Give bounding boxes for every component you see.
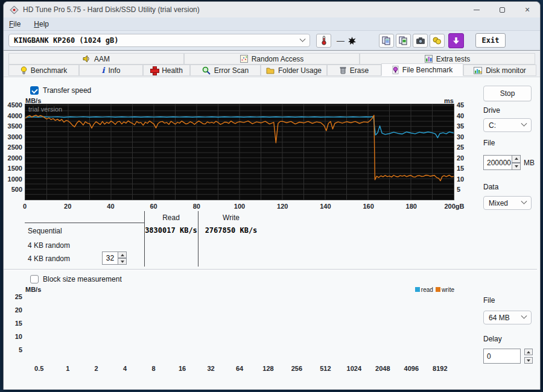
thermometer-icon [320,36,328,45]
folder-icon [266,67,275,74]
spin-down-button[interactable] [118,258,127,265]
copy-image-button[interactable] [396,34,411,48]
axis-tick-label: 128 [262,365,273,372]
axis-tick-label: 140 [320,203,331,210]
axis-tick-label: 2 [95,365,98,372]
temperature-value: — [337,36,345,45]
tab-benchmark[interactable]: Benchmark [8,65,79,76]
delay-label: Delay [483,335,502,343]
axis-tick-label: 2048 [375,365,390,372]
drive-select[interactable]: C: [483,118,532,132]
legend-read-swatch [415,287,420,292]
sequential-write-value: 2767850 KB/s [198,226,264,235]
axis-tick-label: 8 [152,365,156,372]
axis-tick-label: 1 [66,365,69,372]
axis-tick-label: 180 [406,203,417,210]
bulb-purple-icon [392,66,399,74]
menu-file[interactable]: File [9,20,21,28]
tray-temperature-icon[interactable] [348,37,356,45]
tab-file-benchmark[interactable]: File Benchmark [381,63,463,76]
axis-tick-label: 30 [457,133,464,141]
axis-tick-label: 256 [291,365,302,372]
legend-write-swatch [436,287,440,292]
delay-input[interactable]: 0 [483,349,521,364]
chevron-down-icon [300,36,306,42]
app-window: HD Tune Pro 5.75 - Hard Disk/SSD Utility… [3,1,541,390]
read-column-header: Read [144,213,198,222]
tab-info[interactable]: i Info [79,65,143,76]
file-size-label: File [483,139,495,147]
axis-tick-label: 10 [15,333,22,340]
app-logo-icon [10,5,19,14]
spin-up-button[interactable] [512,155,521,163]
axis-tick-label: 4096 [404,365,419,372]
tab-error-scan[interactable]: Error Scan [190,65,261,76]
axis-tick-label: 2000 [8,154,22,162]
axis-tick-label: 3500 [8,122,22,130]
spin-up-button[interactable] [524,349,533,355]
drive-label: Drive [483,106,500,115]
axis-tick-label: 1000 [8,175,22,183]
spin-down-button[interactable] [512,163,521,171]
axis-tick-label: 64 [236,365,243,372]
buy-button[interactable] [430,34,445,48]
temperature-button[interactable] [316,34,331,48]
exit-button[interactable]: Exit [475,33,506,48]
transfer-speed-chart: trial version [25,104,454,200]
close-button[interactable]: × [515,2,540,17]
axis-tick-label: 40 [107,203,114,210]
file-benchmark-panel: Transfer speed MB/s ms 45004000350030002… [4,77,540,390]
data-pattern-select[interactable]: Mixed [483,196,532,210]
stop-button[interactable]: Stop [483,86,532,101]
axis-tick-label: 35 [457,122,464,130]
tab-random-access[interactable]: Random Access [184,53,360,65]
axis-tick-label: 120 [277,203,288,210]
axis-tick-label: 1500 [8,165,22,172]
speaker-icon [83,55,91,63]
write-column-header: Write [198,213,264,222]
block-file-size-select[interactable]: 64 MB [483,311,532,324]
axis-tick-label: 3000 [8,133,22,141]
spin-up-button[interactable] [118,251,127,258]
top-chart-x-axis: 020406080100120140160180200gB [25,203,454,211]
axis-tick-label: 60 [150,203,157,210]
copy-text-button[interactable] [379,34,394,48]
tab-strip: AAM Random Access Extra tests [4,51,540,76]
maximize-button[interactable] [489,2,515,17]
transfer-speed-checkbox[interactable]: Transfer speed [30,86,91,95]
file-size-spinner[interactable]: 200000 [483,155,521,170]
axis-tick-label: 4500 [8,101,22,109]
tab-health[interactable]: Health [143,65,190,76]
spin-down-button[interactable] [524,357,533,364]
axis-tick-label: 25 [457,144,464,151]
axis-tick-label: 4 [123,365,127,372]
tab-folder-usage[interactable]: Folder Usage [261,65,327,76]
delay-spinner [524,349,533,364]
axis-tick-label: 5 [19,346,22,353]
row-4kb-random-label: 4 KB random [28,241,70,250]
arrow-up-icon [121,254,124,256]
queue-depth-spinner[interactable]: 32 [102,251,127,265]
axis-tick-label: 45 [457,101,464,109]
bottom-chart-x-axis: 0.512481632641282565121024204840968192 [25,365,454,373]
menu-bar: File Help [4,17,540,31]
axis-tick-label: 16 [179,365,186,372]
title-bar: HD Tune Pro 5.75 - Hard Disk/SSD Utility… [4,2,540,17]
menu-help[interactable]: Help [34,20,49,28]
tab-erase[interactable]: Erase [327,65,381,76]
minimize-button[interactable] [464,2,489,17]
screenshot-button[interactable] [413,34,428,48]
axis-tick-label: 4000 [8,112,22,119]
device-select[interactable]: KINGBANK KP260 (1024 gB) [8,34,310,47]
chevron-down-icon [521,313,527,319]
update-button[interactable] [448,33,464,48]
window-title: HD Tune Pro 5.75 - Hard Disk/SSD Utility… [23,5,464,14]
tab-aam[interactable]: AAM [8,53,184,65]
data-label: Data [483,183,498,191]
block-size-checkbox[interactable]: Block size measurement [30,275,122,283]
axis-tick-label: 0 [23,203,27,210]
legend-write: write [436,286,454,293]
top-chart-right-axis: 45403530252015105 [457,104,475,200]
axis-tick-label: 20 [457,154,464,162]
tab-disk-monitor[interactable]: Disk monitor [463,65,536,76]
